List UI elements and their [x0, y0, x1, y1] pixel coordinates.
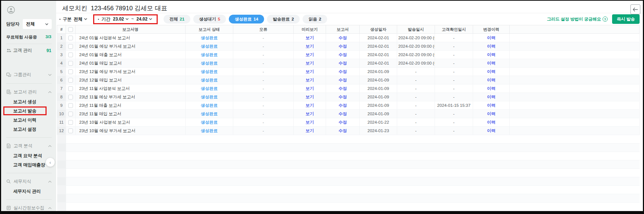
sidebar-item-customer-ledger[interactable]: 고객 매입매출장	[3, 160, 47, 169]
history-link[interactable]: 이력	[473, 110, 510, 118]
preview-link[interactable]: 보기	[294, 84, 326, 93]
sidebar-section-groups[interactable]: 그룹관리	[6, 70, 52, 80]
tab-pending[interactable]: 생성대기 5	[193, 15, 226, 23]
sidebar-item-report-history[interactable]: 보고서 이력	[3, 116, 47, 124]
table-row: 1 24년 01월 사업분석 보고서 생성완료 - 보기 수정 2024-02-…	[57, 34, 640, 42]
row-checkbox[interactable]	[68, 52, 73, 57]
row-checkbox[interactable]	[68, 103, 73, 108]
history-link[interactable]: 이력	[473, 93, 510, 101]
preview-link[interactable]: 보기	[294, 76, 326, 84]
edit-link[interactable]: 수정	[326, 101, 360, 110]
tab-read[interactable]: 읽음 2	[303, 15, 327, 23]
row-checkbox[interactable]	[68, 120, 73, 125]
select-all-checkbox[interactable]	[68, 27, 73, 32]
edit-link[interactable]: 수정	[326, 84, 360, 93]
edit-link[interactable]: 수정	[326, 93, 360, 101]
preview-link[interactable]: 보기	[294, 93, 326, 101]
edit-link[interactable]: 수정	[326, 42, 360, 51]
table-row: 8 23년 11월 예상 부가세 보고서 생성완료 - 보기 수정 2024-0…	[57, 93, 640, 101]
sidebar-item-report-create[interactable]: 보고서 생성	[3, 97, 47, 106]
empty-cell	[66, 144, 640, 152]
reports-table: # 보고서명 보고서 상태 오류 미리보기 보고서 생성일자 발송일시 고객확인…	[57, 25, 640, 211]
col-filler	[510, 25, 640, 34]
preview-link[interactable]: 보기	[294, 59, 326, 68]
history-link[interactable]: 이력	[473, 59, 510, 68]
row-checkbox[interactable]	[68, 78, 73, 83]
row-checkbox[interactable]	[68, 95, 73, 99]
period-to-select[interactable]: 24.02	[136, 17, 152, 22]
filler-cell	[510, 118, 640, 127]
preview-link[interactable]: 보기	[294, 110, 326, 118]
sidebar-item-customer-summary[interactable]: 고객 요약 분석	[3, 151, 47, 160]
send-now-button[interactable]: 즉시 발송	[612, 14, 640, 24]
row-checkbox[interactable]	[68, 36, 73, 40]
col-confirmed-date: 고객확인일시	[435, 25, 473, 34]
grid-help-link[interactable]: 그리드 설정 방법이 궁금해요 ?	[547, 17, 608, 22]
row-checkbox[interactable]	[68, 44, 73, 49]
history-link[interactable]: 이력	[473, 118, 510, 127]
table-body: 1 24년 01월 사업분석 보고서 생성완료 - 보기 수정 2024-02-…	[57, 34, 640, 211]
preview-link[interactable]: 보기	[294, 101, 326, 110]
preview-link[interactable]: 보기	[294, 127, 326, 135]
col-change-history: 변경이력	[473, 25, 510, 34]
row-checkbox[interactable]	[68, 128, 73, 133]
sidebar-item-report-send[interactable]: 보고서 발송	[3, 106, 47, 115]
tab-all[interactable]: 전체 21	[164, 15, 190, 23]
confirmed-date: -	[435, 93, 473, 101]
sidebar-item-customers[interactable]: 고객 관리 91	[6, 47, 51, 54]
edit-link[interactable]: 수정	[326, 68, 360, 76]
customers-count: 91	[47, 48, 51, 53]
history-link[interactable]: 이력	[473, 34, 510, 42]
preview-link[interactable]: 보기	[294, 68, 326, 76]
report-status: 생성완료	[186, 68, 233, 76]
tab-created[interactable]: 생성완료 14	[229, 15, 264, 23]
history-link[interactable]: 이력	[473, 84, 510, 93]
edit-link[interactable]: 수정	[326, 59, 360, 68]
sidebar-section-tax[interactable]: 세무지식	[6, 177, 52, 186]
bullet-icon	[59, 19, 61, 20]
category-select[interactable]: 전체	[74, 16, 87, 22]
sidebar-section-reports[interactable]: 보고서 관리	[6, 87, 52, 97]
trial-row: 무료체험 사용중 3/3	[6, 35, 51, 40]
manager-select[interactable]: 전체	[23, 19, 52, 29]
row-checkbox[interactable]	[68, 112, 73, 116]
edit-link[interactable]: 수정	[326, 51, 360, 59]
history-link[interactable]: 이력	[473, 76, 510, 84]
preview-link[interactable]: 보기	[294, 34, 326, 42]
row-checkbox-cell	[66, 118, 76, 127]
row-number: 6	[57, 76, 66, 84]
category-filter[interactable]: 구분 전체	[57, 16, 89, 22]
row-checkbox[interactable]	[68, 69, 73, 74]
sidebar-item-report-settings[interactable]: 보고서 설정	[3, 125, 47, 134]
edit-link[interactable]: 수정	[326, 118, 360, 127]
row-number: 5	[57, 68, 66, 76]
back-button[interactable]	[630, 4, 640, 14]
chevron-down-icon	[149, 18, 152, 20]
tab-sent[interactable]: 발송완료 2	[267, 15, 300, 23]
sidebar-section-realtime[interactable]: 실시간정보수집	[6, 203, 52, 213]
sidebar-item-tax-knowledge[interactable]: 세무지식 관리	[3, 187, 47, 196]
history-link[interactable]: 이력	[473, 127, 510, 135]
edit-link[interactable]: 수정	[326, 127, 360, 135]
edit-link[interactable]: 수정	[326, 34, 360, 42]
history-link[interactable]: 이력	[473, 68, 510, 76]
report-error: -	[233, 84, 294, 93]
sidebar-collapse-button[interactable]: ‹	[46, 158, 55, 167]
preview-link[interactable]: 보기	[294, 118, 326, 127]
row-number: 4	[57, 59, 66, 68]
history-link[interactable]: 이력	[473, 101, 510, 110]
report-name: 23년 11월 예상 부가세 보고서	[76, 93, 186, 101]
preview-link[interactable]: 보기	[294, 42, 326, 51]
sidebar-section-analysis[interactable]: 고객 분석	[6, 141, 52, 151]
edit-link[interactable]: 수정	[326, 76, 360, 84]
row-checkbox[interactable]	[68, 61, 73, 66]
preview-link[interactable]: 보기	[294, 51, 326, 59]
table-header-row: # 보고서명 보고서 상태 오류 미리보기 보고서 생성일자 발송일시 고객확인…	[57, 25, 640, 34]
report-name: 23년 10월 사업분석 보고서	[76, 118, 186, 127]
history-link[interactable]: 이력	[473, 42, 510, 51]
report-error: -	[233, 110, 294, 118]
edit-link[interactable]: 수정	[326, 110, 360, 118]
row-checkbox[interactable]	[68, 86, 73, 91]
history-link[interactable]: 이력	[473, 51, 510, 59]
period-from-select[interactable]: 23.02	[113, 17, 129, 22]
